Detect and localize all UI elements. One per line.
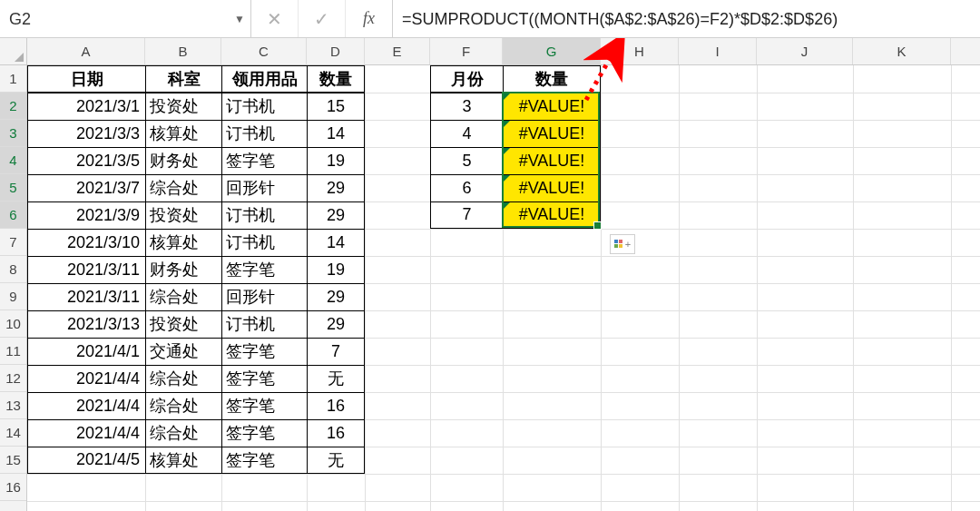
cell-A11[interactable]: 2021/4/1 xyxy=(27,338,145,365)
cell-B12[interactable]: 综合处 xyxy=(145,365,221,392)
cell-D4[interactable]: 19 xyxy=(307,147,365,174)
cell-A1[interactable]: 日期 xyxy=(27,65,145,93)
cell-C4[interactable]: 签字笔 xyxy=(221,147,307,174)
cell-C11[interactable]: 签字笔 xyxy=(221,338,307,365)
col-header-G[interactable]: G xyxy=(503,38,601,64)
cell-D3[interactable]: 14 xyxy=(307,120,365,147)
cell-A13[interactable]: 2021/4/4 xyxy=(27,392,145,419)
cell-B14[interactable]: 综合处 xyxy=(145,419,221,447)
row-header-8[interactable]: 8 xyxy=(0,256,26,283)
cell-B10[interactable]: 投资处 xyxy=(145,310,221,338)
cell-F3[interactable]: 4 xyxy=(430,120,503,147)
cell-A7[interactable]: 2021/3/10 xyxy=(27,229,145,256)
cell-D14[interactable]: 16 xyxy=(307,419,365,447)
cell-B7[interactable]: 核算处 xyxy=(145,229,221,256)
cell-C14[interactable]: 签字笔 xyxy=(221,419,307,447)
cell-G5[interactable]: #VALUE! xyxy=(503,174,601,201)
row-header-14[interactable]: 14 xyxy=(0,419,26,447)
col-header-K[interactable]: K xyxy=(853,38,951,64)
cell-C7[interactable]: 订书机 xyxy=(221,229,307,256)
cell-D9[interactable]: 29 xyxy=(307,283,365,310)
cell-D13[interactable]: 16 xyxy=(307,392,365,419)
column-headers[interactable]: ABCDEFGHIJK xyxy=(27,38,980,65)
row-header-1[interactable]: 1 xyxy=(0,65,26,93)
cell-D11[interactable]: 7 xyxy=(307,338,365,365)
cell-A2[interactable]: 2021/3/1 xyxy=(27,93,145,120)
cell-A9[interactable]: 2021/3/11 xyxy=(27,283,145,310)
cell-C3[interactable]: 订书机 xyxy=(221,120,307,147)
name-box[interactable] xyxy=(0,0,229,37)
cell-B13[interactable]: 综合处 xyxy=(145,392,221,419)
cell-C1[interactable]: 领用用品 xyxy=(221,65,307,93)
cell-A3[interactable]: 2021/3/3 xyxy=(27,120,145,147)
cell-C9[interactable]: 回形针 xyxy=(221,283,307,310)
cell-D15[interactable]: 无 xyxy=(307,447,365,474)
row-header-15[interactable]: 15 xyxy=(0,447,26,474)
row-header-16[interactable]: 16 xyxy=(0,474,26,501)
cell-A5[interactable]: 2021/3/7 xyxy=(27,174,145,201)
col-header-I[interactable]: I xyxy=(679,38,757,64)
cell-B6[interactable]: 投资处 xyxy=(145,201,221,229)
cell-A6[interactable]: 2021/3/9 xyxy=(27,201,145,229)
cells-layer[interactable]: 日期科室领用用品数量2021/3/1投资处订书机152021/3/3核算处订书机… xyxy=(27,65,980,511)
col-header-F[interactable]: F xyxy=(430,38,503,64)
cell-A14[interactable]: 2021/4/4 xyxy=(27,419,145,447)
cell-D5[interactable]: 29 xyxy=(307,174,365,201)
cell-C5[interactable]: 回形针 xyxy=(221,174,307,201)
cell-A4[interactable]: 2021/3/5 xyxy=(27,147,145,174)
col-header-D[interactable]: D xyxy=(307,38,365,64)
col-header-J[interactable]: J xyxy=(757,38,853,64)
cell-A10[interactable]: 2021/3/13 xyxy=(27,310,145,338)
row-header-4[interactable]: 4 xyxy=(0,147,26,174)
row-header-7[interactable]: 7 xyxy=(0,229,26,256)
cell-C8[interactable]: 签字笔 xyxy=(221,256,307,283)
cell-D1[interactable]: 数量 xyxy=(307,65,365,93)
cancel-formula-button[interactable]: ✕ xyxy=(251,0,299,37)
cell-B2[interactable]: 投资处 xyxy=(145,93,221,120)
row-header-12[interactable]: 12 xyxy=(0,365,26,392)
cell-G6[interactable]: #VALUE! xyxy=(503,201,601,229)
row-header-10[interactable]: 10 xyxy=(0,310,26,338)
row-header-6[interactable]: 6 xyxy=(0,201,26,229)
cell-D2[interactable]: 15 xyxy=(307,93,365,120)
cell-G2[interactable]: #VALUE! xyxy=(503,93,601,120)
cell-B15[interactable]: 核算处 xyxy=(145,447,221,474)
cell-G1[interactable]: 数量 xyxy=(503,65,601,93)
col-header-A[interactable]: A xyxy=(27,38,145,64)
cell-F1[interactable]: 月份 xyxy=(430,65,503,93)
cell-B5[interactable]: 综合处 xyxy=(145,174,221,201)
cell-C10[interactable]: 订书机 xyxy=(221,310,307,338)
cell-C15[interactable]: 签字笔 xyxy=(221,447,307,474)
formula-input[interactable] xyxy=(393,0,980,37)
name-box-dropdown[interactable]: ▼ xyxy=(229,0,250,37)
cell-D6[interactable]: 29 xyxy=(307,201,365,229)
cell-A15[interactable]: 2021/4/5 xyxy=(27,447,145,474)
row-headers[interactable]: 12345678910111213141516 xyxy=(0,65,27,511)
cell-G4[interactable]: #VALUE! xyxy=(503,147,601,174)
cell-A12[interactable]: 2021/4/4 xyxy=(27,365,145,392)
cell-F5[interactable]: 6 xyxy=(430,174,503,201)
cell-F2[interactable]: 3 xyxy=(430,93,503,120)
cell-B9[interactable]: 综合处 xyxy=(145,283,221,310)
cell-C12[interactable]: 签字笔 xyxy=(221,365,307,392)
col-header-E[interactable]: E xyxy=(365,38,430,64)
confirm-formula-button[interactable]: ✓ xyxy=(299,0,346,37)
cell-D8[interactable]: 19 xyxy=(307,256,365,283)
cell-D12[interactable]: 无 xyxy=(307,365,365,392)
row-header-11[interactable]: 11 xyxy=(0,338,26,365)
row-header-9[interactable]: 9 xyxy=(0,283,26,310)
cell-A8[interactable]: 2021/3/11 xyxy=(27,256,145,283)
col-header-H[interactable]: H xyxy=(601,38,679,64)
cell-D7[interactable]: 14 xyxy=(307,229,365,256)
col-header-C[interactable]: C xyxy=(221,38,307,64)
cell-F4[interactable]: 5 xyxy=(430,147,503,174)
select-all-corner[interactable] xyxy=(0,38,27,65)
cell-B3[interactable]: 核算处 xyxy=(145,120,221,147)
row-header-2[interactable]: 2 xyxy=(0,93,26,120)
row-header-3[interactable]: 3 xyxy=(0,120,26,147)
cell-F6[interactable]: 7 xyxy=(430,201,503,229)
cell-B1[interactable]: 科室 xyxy=(145,65,221,93)
cell-B11[interactable]: 交通处 xyxy=(145,338,221,365)
row-header-13[interactable]: 13 xyxy=(0,392,26,419)
cell-B8[interactable]: 财务处 xyxy=(145,256,221,283)
